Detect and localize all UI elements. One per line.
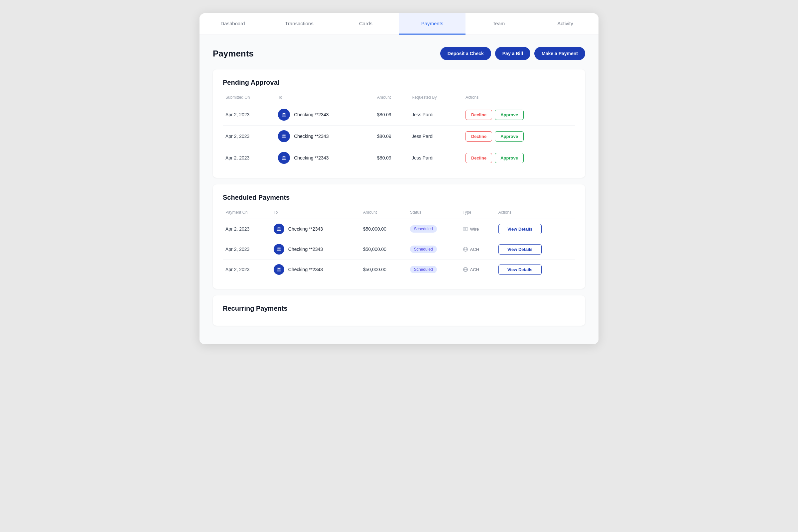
col-amount-scheduled: Amount bbox=[360, 208, 407, 219]
type-label: ACH bbox=[470, 267, 479, 272]
pay-bill-button[interactable]: Pay a Bill bbox=[495, 47, 530, 60]
svg-rect-18 bbox=[280, 229, 280, 230]
type-display: Wire bbox=[463, 226, 493, 232]
to-cell: Checking **2343 bbox=[275, 126, 374, 147]
to-cell: Checking **2343 bbox=[275, 147, 374, 169]
payment-on-cell: Apr 2, 2023 bbox=[223, 260, 271, 280]
type-display: ACH bbox=[463, 247, 493, 252]
account-name: Checking **2343 bbox=[294, 112, 329, 117]
col-to-scheduled: To bbox=[271, 208, 360, 219]
col-submitted-on: Submitted On bbox=[223, 93, 275, 104]
status-cell: Scheduled bbox=[407, 239, 460, 260]
approve-button[interactable]: Approve bbox=[495, 110, 524, 120]
actions-cell: Decline Approve bbox=[463, 147, 575, 169]
type-label: ACH bbox=[470, 247, 479, 252]
payment-on-cell: Apr 2, 2023 bbox=[223, 219, 271, 239]
account-name: Checking **2343 bbox=[294, 134, 329, 139]
col-actions-pending: Actions bbox=[463, 93, 575, 104]
account-icon bbox=[278, 130, 290, 142]
svg-rect-1 bbox=[283, 114, 283, 116]
tab-payments[interactable]: Payments bbox=[399, 13, 465, 35]
col-type: Type bbox=[460, 208, 496, 219]
svg-rect-35 bbox=[277, 271, 281, 271]
to-cell: Checking **2343 bbox=[271, 219, 360, 239]
actions-cell: Decline Approve bbox=[463, 126, 575, 147]
status-cell: Scheduled bbox=[407, 219, 460, 239]
svg-rect-13 bbox=[285, 157, 285, 159]
requested-by-cell: Jess Pardi bbox=[409, 126, 463, 147]
tab-activity[interactable]: Activity bbox=[532, 13, 598, 35]
tab-cards[interactable]: Cards bbox=[333, 13, 399, 35]
svg-rect-16 bbox=[278, 229, 278, 230]
table-row: Apr 2, 2023 Checking **2343 $50,000.00 S… bbox=[223, 219, 575, 239]
to-cell: Checking **2343 bbox=[271, 260, 360, 280]
view-details-cell: View Details bbox=[496, 219, 575, 239]
view-details-button[interactable]: View Details bbox=[498, 265, 542, 275]
amount-cell: $80.09 bbox=[374, 126, 409, 147]
account-icon bbox=[274, 224, 284, 234]
type-cell: Wire bbox=[460, 219, 496, 239]
svg-rect-14 bbox=[282, 159, 286, 160]
tab-dashboard[interactable]: Dashboard bbox=[200, 13, 266, 35]
svg-rect-4 bbox=[282, 116, 286, 117]
svg-rect-27 bbox=[277, 250, 281, 251]
header-actions: Deposit a Check Pay a Bill Make a Paymen… bbox=[440, 47, 585, 60]
status-cell: Scheduled bbox=[407, 260, 460, 280]
to-cell: Checking **2343 bbox=[271, 239, 360, 260]
approve-button[interactable]: Approve bbox=[495, 131, 524, 141]
main-content: Payments Deposit a Check Pay a Bill Make… bbox=[200, 35, 598, 344]
recurring-payments-title: Recurring Payments bbox=[223, 305, 575, 312]
col-payment-on: Payment On bbox=[223, 208, 271, 219]
amount-cell: $50,000.00 bbox=[360, 239, 407, 260]
decline-button[interactable]: Decline bbox=[465, 110, 492, 120]
view-details-cell: View Details bbox=[496, 239, 575, 260]
type-display: ACH bbox=[463, 267, 493, 272]
tab-transactions[interactable]: Transactions bbox=[266, 13, 333, 35]
table-row: Apr 2, 2023 Checking **2343 $50,000.00 S… bbox=[223, 239, 575, 260]
amount-cell: $50,000.00 bbox=[360, 219, 407, 239]
table-row: Apr 2, 2023 Checking **2343 $80.09 Jess … bbox=[223, 126, 575, 147]
to-cell: Checking **2343 bbox=[275, 104, 374, 126]
account-name: Checking **2343 bbox=[288, 226, 323, 232]
requested-by-cell: Jess Pardi bbox=[409, 147, 463, 169]
decline-button[interactable]: Decline bbox=[465, 131, 492, 141]
col-actions-scheduled: Actions bbox=[496, 208, 575, 219]
svg-rect-6 bbox=[283, 136, 283, 137]
svg-rect-17 bbox=[279, 229, 279, 230]
col-requested-by: Requested By bbox=[409, 93, 463, 104]
pending-approval-section: Pending Approval Submitted On To Amount … bbox=[213, 70, 585, 178]
payment-on-cell: Apr 2, 2023 bbox=[223, 239, 271, 260]
type-cell: ACH bbox=[460, 239, 496, 260]
account-name: Checking **2343 bbox=[288, 267, 323, 272]
actions-cell: Decline Approve bbox=[463, 104, 575, 126]
svg-rect-9 bbox=[282, 137, 286, 138]
scheduled-payments-title: Scheduled Payments bbox=[223, 194, 575, 202]
svg-rect-7 bbox=[284, 136, 284, 137]
view-details-button[interactable]: View Details bbox=[498, 244, 542, 254]
amount-cell: $80.09 bbox=[374, 147, 409, 169]
amount-cell: $50,000.00 bbox=[360, 260, 407, 280]
account-icon bbox=[278, 109, 290, 121]
view-details-button[interactable]: View Details bbox=[498, 224, 542, 234]
scheduled-payments-section: Scheduled Payments Payment On To Amount … bbox=[213, 185, 585, 289]
view-details-cell: View Details bbox=[496, 260, 575, 280]
nav-tabs: Dashboard Transactions Cards Payments Te… bbox=[200, 13, 598, 35]
status-badge: Scheduled bbox=[410, 266, 437, 273]
account-icon bbox=[274, 244, 284, 254]
svg-rect-8 bbox=[285, 136, 285, 137]
page-header: Payments Deposit a Check Pay a Bill Make… bbox=[213, 47, 585, 60]
tab-team[interactable]: Team bbox=[465, 13, 532, 35]
decline-button[interactable]: Decline bbox=[465, 153, 492, 163]
svg-rect-12 bbox=[284, 157, 284, 159]
col-to-pending: To bbox=[275, 93, 374, 104]
requested-by-cell: Jess Pardi bbox=[409, 104, 463, 126]
account-name: Checking **2343 bbox=[288, 247, 323, 252]
deposit-check-button[interactable]: Deposit a Check bbox=[440, 47, 491, 60]
type-cell: ACH bbox=[460, 260, 496, 280]
status-badge: Scheduled bbox=[410, 246, 437, 253]
make-payment-button[interactable]: Make a Payment bbox=[534, 47, 585, 60]
approve-button[interactable]: Approve bbox=[495, 153, 524, 163]
page-title: Payments bbox=[213, 49, 254, 59]
table-row: Apr 2, 2023 Checking **2343 $80.09 Jess … bbox=[223, 147, 575, 169]
app-container: Dashboard Transactions Cards Payments Te… bbox=[200, 13, 598, 344]
